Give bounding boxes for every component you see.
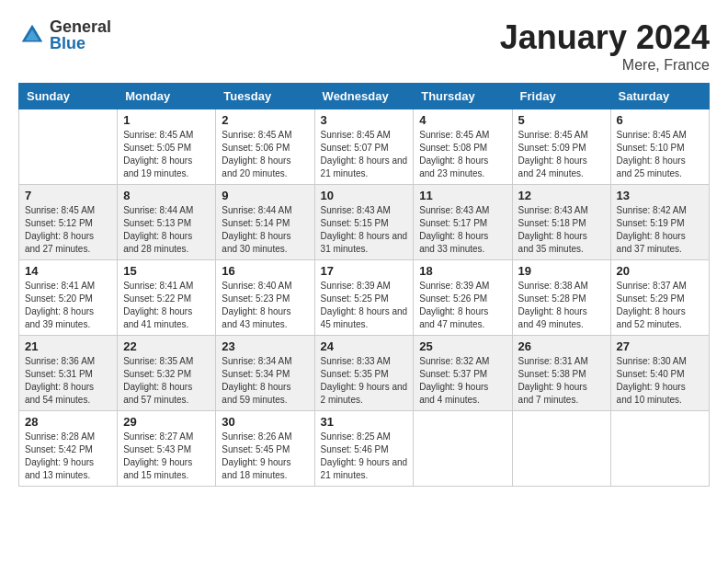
day-info: Sunrise: 8:27 AMSunset: 5:43 PMDaylight:… xyxy=(123,431,210,482)
day-cell xyxy=(512,411,610,487)
day-cell: 23Sunrise: 8:34 AMSunset: 5:34 PMDayligh… xyxy=(216,336,314,411)
day-info: Sunrise: 8:45 AMSunset: 5:12 PMDaylight:… xyxy=(25,204,111,256)
page-header: General Blue January 2024 Mere, France xyxy=(18,18,710,74)
logo: General Blue xyxy=(18,18,111,52)
week-row: 21Sunrise: 8:36 AMSunset: 5:31 PMDayligh… xyxy=(19,336,710,411)
day-info: Sunrise: 8:34 AMSunset: 5:34 PMDaylight:… xyxy=(222,355,308,407)
day-cell: 12Sunrise: 8:43 AMSunset: 5:18 PMDayligh… xyxy=(512,185,610,260)
logo-general: General xyxy=(50,18,111,35)
day-info: Sunrise: 8:45 AMSunset: 5:10 PMDaylight:… xyxy=(617,129,703,180)
day-cell: 13Sunrise: 8:42 AMSunset: 5:19 PMDayligh… xyxy=(610,185,709,260)
week-row: 28Sunrise: 8:28 AMSunset: 5:42 PMDayligh… xyxy=(19,411,710,487)
day-number: 18 xyxy=(419,264,506,278)
day-number: 26 xyxy=(518,339,605,353)
title-block: January 2024 Mere, France xyxy=(500,18,710,74)
day-number: 3 xyxy=(321,113,408,127)
month-title: January 2024 xyxy=(500,18,710,57)
day-number: 20 xyxy=(617,264,703,278)
day-info: Sunrise: 8:41 AMSunset: 5:20 PMDaylight:… xyxy=(25,280,111,331)
day-info: Sunrise: 8:25 AMSunset: 5:46 PMDaylight:… xyxy=(321,431,408,482)
day-cell: 25Sunrise: 8:32 AMSunset: 5:37 PMDayligh… xyxy=(414,336,512,411)
calendar-table: SundayMondayTuesdayWednesdayThursdayFrid… xyxy=(18,83,710,487)
day-header-wednesday: Wednesday xyxy=(314,84,414,109)
week-row: 7Sunrise: 8:45 AMSunset: 5:12 PMDaylight… xyxy=(19,185,710,260)
day-cell: 9Sunrise: 8:44 AMSunset: 5:14 PMDaylight… xyxy=(216,185,314,260)
day-info: Sunrise: 8:41 AMSunset: 5:22 PMDaylight:… xyxy=(123,280,210,331)
day-header-monday: Monday xyxy=(118,84,216,109)
day-number: 16 xyxy=(222,264,308,278)
day-info: Sunrise: 8:45 AMSunset: 5:07 PMDaylight:… xyxy=(321,129,408,180)
logo-icon xyxy=(18,21,46,49)
day-cell: 26Sunrise: 8:31 AMSunset: 5:38 PMDayligh… xyxy=(512,336,610,411)
day-info: Sunrise: 8:40 AMSunset: 5:23 PMDaylight:… xyxy=(222,280,308,331)
day-header-friday: Friday xyxy=(512,84,610,109)
day-info: Sunrise: 8:39 AMSunset: 5:26 PMDaylight:… xyxy=(419,280,506,331)
day-info: Sunrise: 8:43 AMSunset: 5:17 PMDaylight:… xyxy=(419,204,506,256)
day-cell: 27Sunrise: 8:30 AMSunset: 5:40 PMDayligh… xyxy=(610,336,709,411)
day-number: 29 xyxy=(123,415,210,429)
day-info: Sunrise: 8:37 AMSunset: 5:29 PMDaylight:… xyxy=(617,280,703,331)
logo-blue: Blue xyxy=(50,35,111,52)
day-cell: 20Sunrise: 8:37 AMSunset: 5:29 PMDayligh… xyxy=(610,260,709,336)
day-info: Sunrise: 8:44 AMSunset: 5:14 PMDaylight:… xyxy=(222,204,308,256)
day-cell: 7Sunrise: 8:45 AMSunset: 5:12 PMDaylight… xyxy=(19,185,118,260)
day-info: Sunrise: 8:44 AMSunset: 5:13 PMDaylight:… xyxy=(123,204,210,256)
day-number: 17 xyxy=(321,264,408,278)
week-row: 1Sunrise: 8:45 AMSunset: 5:05 PMDaylight… xyxy=(19,109,710,185)
day-cell: 21Sunrise: 8:36 AMSunset: 5:31 PMDayligh… xyxy=(19,336,118,411)
day-info: Sunrise: 8:35 AMSunset: 5:32 PMDaylight:… xyxy=(123,355,210,407)
day-number: 21 xyxy=(25,339,111,353)
day-info: Sunrise: 8:30 AMSunset: 5:40 PMDaylight:… xyxy=(617,355,703,407)
day-cell: 15Sunrise: 8:41 AMSunset: 5:22 PMDayligh… xyxy=(118,260,216,336)
day-number: 6 xyxy=(617,113,703,127)
day-cell xyxy=(414,411,512,487)
day-number: 28 xyxy=(25,415,111,429)
day-cell: 14Sunrise: 8:41 AMSunset: 5:20 PMDayligh… xyxy=(19,260,118,336)
day-info: Sunrise: 8:28 AMSunset: 5:42 PMDaylight:… xyxy=(25,431,111,482)
day-number: 8 xyxy=(123,189,210,202)
day-cell: 11Sunrise: 8:43 AMSunset: 5:17 PMDayligh… xyxy=(414,185,512,260)
day-cell: 16Sunrise: 8:40 AMSunset: 5:23 PMDayligh… xyxy=(216,260,314,336)
day-header-tuesday: Tuesday xyxy=(216,84,314,109)
day-number: 19 xyxy=(518,264,605,278)
day-info: Sunrise: 8:39 AMSunset: 5:25 PMDaylight:… xyxy=(321,280,408,331)
day-number: 23 xyxy=(222,339,308,353)
day-cell: 8Sunrise: 8:44 AMSunset: 5:13 PMDaylight… xyxy=(118,185,216,260)
day-number: 25 xyxy=(419,339,506,353)
day-number: 2 xyxy=(222,113,308,127)
day-number: 15 xyxy=(123,264,210,278)
day-info: Sunrise: 8:26 AMSunset: 5:45 PMDaylight:… xyxy=(222,431,308,482)
day-cell: 29Sunrise: 8:27 AMSunset: 5:43 PMDayligh… xyxy=(118,411,216,487)
day-cell: 31Sunrise: 8:25 AMSunset: 5:46 PMDayligh… xyxy=(314,411,414,487)
day-info: Sunrise: 8:32 AMSunset: 5:37 PMDaylight:… xyxy=(419,355,506,407)
day-number: 31 xyxy=(321,415,408,429)
day-header-thursday: Thursday xyxy=(414,84,512,109)
day-number: 13 xyxy=(617,189,703,202)
day-cell: 28Sunrise: 8:28 AMSunset: 5:42 PMDayligh… xyxy=(19,411,118,487)
day-number: 10 xyxy=(321,189,408,202)
day-header-saturday: Saturday xyxy=(610,84,709,109)
day-cell xyxy=(610,411,709,487)
day-cell: 2Sunrise: 8:45 AMSunset: 5:06 PMDaylight… xyxy=(216,109,314,185)
day-number: 1 xyxy=(123,113,210,127)
day-cell: 1Sunrise: 8:45 AMSunset: 5:05 PMDaylight… xyxy=(118,109,216,185)
day-number: 4 xyxy=(419,113,506,127)
day-cell xyxy=(19,109,118,185)
day-info: Sunrise: 8:43 AMSunset: 5:18 PMDaylight:… xyxy=(518,204,605,256)
day-number: 24 xyxy=(321,339,408,353)
day-header-sunday: Sunday xyxy=(19,84,118,109)
day-cell: 4Sunrise: 8:45 AMSunset: 5:08 PMDaylight… xyxy=(414,109,512,185)
day-number: 5 xyxy=(518,113,605,127)
day-info: Sunrise: 8:45 AMSunset: 5:05 PMDaylight:… xyxy=(123,129,210,180)
day-info: Sunrise: 8:33 AMSunset: 5:35 PMDaylight:… xyxy=(321,355,408,407)
day-cell: 5Sunrise: 8:45 AMSunset: 5:09 PMDaylight… xyxy=(512,109,610,185)
location: Mere, France xyxy=(500,57,710,74)
day-number: 22 xyxy=(123,339,210,353)
day-info: Sunrise: 8:38 AMSunset: 5:28 PMDaylight:… xyxy=(518,280,605,331)
day-number: 27 xyxy=(617,339,703,353)
day-cell: 24Sunrise: 8:33 AMSunset: 5:35 PMDayligh… xyxy=(314,336,414,411)
day-info: Sunrise: 8:45 AMSunset: 5:08 PMDaylight:… xyxy=(419,129,506,180)
day-info: Sunrise: 8:45 AMSunset: 5:06 PMDaylight:… xyxy=(222,129,308,180)
day-cell: 19Sunrise: 8:38 AMSunset: 5:28 PMDayligh… xyxy=(512,260,610,336)
week-row: 14Sunrise: 8:41 AMSunset: 5:20 PMDayligh… xyxy=(19,260,710,336)
